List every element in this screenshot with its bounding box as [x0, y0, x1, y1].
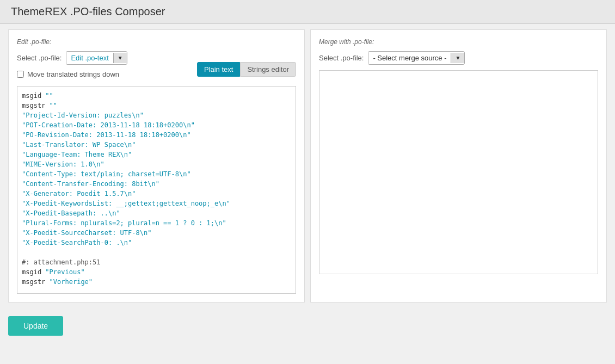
right-select-dropdown[interactable]: - Select merge source - ▼	[368, 51, 465, 65]
tab-strings-editor[interactable]: Strings editor	[240, 62, 296, 77]
right-select-arrow[interactable]: ▼	[451, 53, 464, 63]
resize-handle[interactable]: ⁢⁢	[289, 287, 294, 292]
po-text-area[interactable]: msgid ""msgstr """Project-Id-Version: pu…	[17, 87, 296, 293]
tab-plain-text[interactable]: Plain text	[197, 62, 240, 77]
left-textarea-container: msgid ""msgstr """Project-Id-Version: pu…	[17, 86, 296, 294]
right-resize-handle[interactable]: ⁢⁢	[591, 267, 596, 273]
app-header: ThemeREX .PO-files Composer	[0, 0, 615, 24]
left-select-label: Select .po-file:	[17, 54, 61, 62]
right-textarea[interactable]	[319, 71, 598, 272]
left-select-value: Edit .po-text	[66, 52, 113, 64]
tab-buttons: Plain text Strings editor	[197, 62, 296, 77]
right-select-value: - Select merge source -	[368, 52, 451, 64]
tabs-and-checkbox-row: Move translated strings down Plain text …	[17, 70, 296, 83]
right-panel: Merge with .po-file: Select .po-file: - …	[310, 29, 607, 303]
right-select-row: Select .po-file: - Select merge source -…	[319, 51, 598, 65]
left-section-label: Edit .po-file:	[17, 38, 296, 46]
app-wrapper: ThemeREX .PO-files Composer Edit .po-fil…	[0, 0, 615, 364]
left-select-dropdown[interactable]: Edit .po-text ▼	[66, 51, 127, 65]
move-down-checkbox[interactable]	[17, 71, 24, 78]
move-down-label: Move translated strings down	[27, 70, 119, 78]
right-textarea-container: ⁢⁢	[319, 70, 598, 274]
checkbox-row: Move translated strings down	[17, 70, 119, 78]
update-button[interactable]: Update	[8, 316, 63, 336]
app-title: ThemeREX .PO-files Composer	[11, 5, 604, 18]
left-select-arrow[interactable]: ▼	[113, 53, 127, 63]
main-content: Edit .po-file: Select .po-file: Edit .po…	[0, 24, 615, 308]
footer: Update	[0, 308, 615, 344]
right-select-label: Select .po-file:	[319, 54, 364, 62]
left-panel: Edit .po-file: Select .po-file: Edit .po…	[8, 29, 305, 303]
right-section-label: Merge with .po-file:	[319, 38, 598, 46]
